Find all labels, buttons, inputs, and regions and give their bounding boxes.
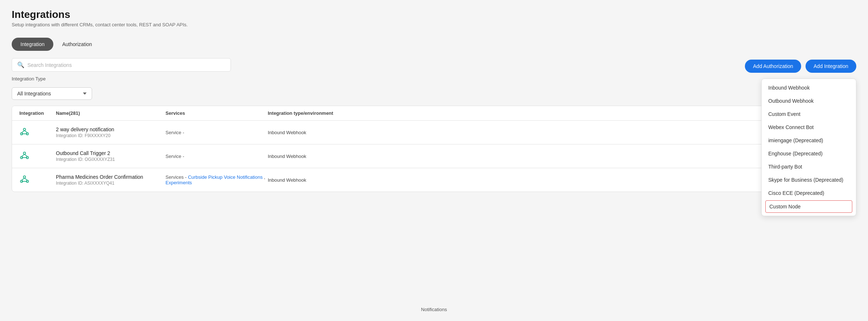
dropdown-item-third-party-bot[interactable]: Third-party Bot [762,160,856,173]
page-subtitle: Setup integrations with different CRMs, … [12,22,856,27]
dropdown-item-webex-connect-bot[interactable]: Webex Connect Bot [762,121,856,134]
filter-row: Integration Type [12,76,231,83]
svg-point-6 [23,152,26,154]
col-header-name: Name(281) [56,110,165,116]
svg-line-10 [24,154,27,156]
row2-icon [19,150,56,162]
table-header: Integration Name(281) Services Integrati… [12,106,856,121]
svg-line-16 [24,178,27,180]
search-input[interactable] [27,62,225,68]
row2-services: Service - [165,154,268,159]
row1-icon [19,126,56,138]
page-wrapper: Integrations Setup integrations with dif… [0,0,868,201]
add-integration-button[interactable]: Add Integration [806,60,856,73]
notifications-label: Notifications [421,307,447,312]
row3-name-block: Pharma Medicines Order Confirmation Inte… [56,174,165,186]
right-buttons: Add Authorization Add Integration [745,58,856,73]
tabs-row: Integration Authorization [12,38,856,51]
filter-selected-value: All Integrations [17,91,51,97]
row2-id: Integration ID: OGIXXXXYZ31 [56,157,165,162]
tab-authorization[interactable]: Authorization [53,38,101,51]
svg-line-15 [22,178,24,180]
row2-name: Outbound Call Trigger 2 [56,150,165,156]
row1-services: Service - [165,130,268,135]
dropdown-item-imiengage[interactable]: imiengage (Deprecated) [762,134,856,147]
svg-line-9 [22,154,24,156]
right-section: Add Authorization Add Integration Inboun… [745,58,856,73]
dropdown-item-enghouse[interactable]: Enghouse (Deprecated) [762,147,856,160]
search-box: 🔍 [12,58,231,72]
add-authorization-button[interactable]: Add Authorization [745,60,801,73]
table-row: Pharma Medicines Order Confirmation Inte… [12,168,856,192]
row1-name-block: 2 way delivery notification Integration … [56,126,165,138]
filter-label: Integration Type [12,76,46,82]
search-icon: 🔍 [17,61,24,68]
dropdown-item-cisco-ece[interactable]: Cisco ECE (Deprecated) [762,186,856,200]
chevron-down-icon [83,92,87,95]
row3-link-curbside[interactable]: Curbside Pickup Voice Notifications [188,174,263,180]
row3-name: Pharma Medicines Order Confirmation [56,174,165,180]
svg-point-12 [23,176,26,178]
dropdown-item-inbound-webhook[interactable]: Inbound Webhook [762,81,856,94]
table-row: 2 way delivery notification Integration … [12,121,856,144]
row3-id: Integration ID: ASIXXXXYQ41 [56,181,165,186]
tab-integration[interactable]: Integration [12,38,53,51]
col-header-services: Services [165,110,268,116]
left-controls: 🔍 Integration Type All Integrations [12,58,231,100]
row3-icon [19,174,56,186]
row3-services-prefix: Services - [165,174,187,180]
row1-id: Integration ID: F9IXXXXY20 [56,133,165,138]
row2-name-block: Outbound Call Trigger 2 Integration ID: … [56,150,165,162]
integration-type-dropdown: Inbound Webhook Outbound Webhook Custom … [761,79,856,216]
svg-line-4 [24,131,27,133]
dropdown-item-outbound-webhook[interactable]: Outbound Webhook [762,94,856,107]
svg-line-3 [22,131,24,133]
page-title: Integrations [12,9,856,20]
row1-name: 2 way delivery notification [56,126,165,132]
dropdown-item-skype-for-business[interactable]: Skype for Business (Deprecated) [762,173,856,186]
row3-services: Services - Curbside Pickup Voice Notific… [165,174,268,185]
col-header-integration: Integration [19,110,56,116]
dropdown-item-custom-event[interactable]: Custom Event [762,107,856,121]
dropdown-item-custom-node[interactable]: Custom Node [765,200,852,213]
top-controls: 🔍 Integration Type All Integrations Add … [12,58,856,100]
table-row: Outbound Call Trigger 2 Integration ID: … [12,144,856,168]
row3-comma: , [264,174,266,180]
filter-select[interactable]: All Integrations [12,87,92,100]
row3-link-experiments[interactable]: Experiments [165,180,192,185]
integrations-table: Integration Name(281) Services Integrati… [12,106,856,192]
svg-point-0 [23,128,26,131]
